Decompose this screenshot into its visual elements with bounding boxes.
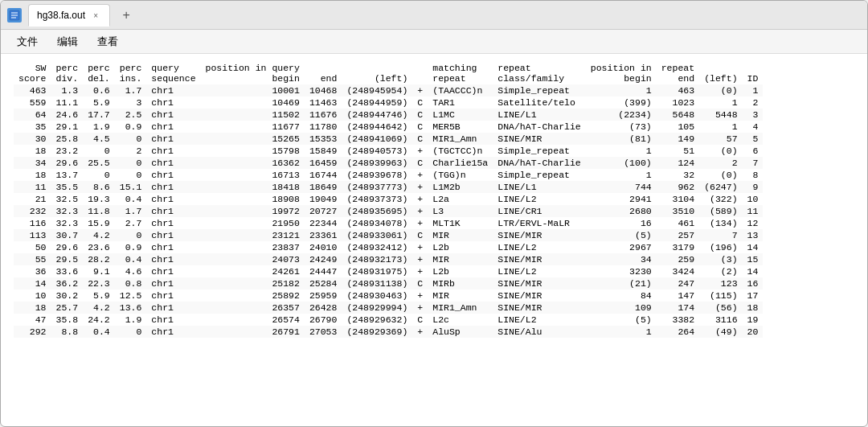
table-cell: 24447 xyxy=(305,265,342,277)
table-cell: 12 xyxy=(743,217,764,229)
table-cell: MIR xyxy=(428,229,493,241)
col-perc-ins: percins. xyxy=(115,62,147,84)
table-cell: (5) xyxy=(586,229,657,241)
table-cell: 0 xyxy=(83,145,115,157)
table-cell: 15.1 xyxy=(115,181,147,193)
table-cell: 2941 xyxy=(586,193,657,205)
table-cell: 11.8 xyxy=(83,205,115,217)
table-cell: 51 xyxy=(657,145,699,157)
table-cell: MIRb xyxy=(428,277,493,289)
table-cell: 32 xyxy=(657,169,699,181)
table-cell: 11677 xyxy=(201,121,305,133)
table-cell: 8.8 xyxy=(51,326,84,338)
table-cell: chr1 xyxy=(146,157,200,169)
table-cell: 16 xyxy=(743,277,764,289)
table-cell: 21 xyxy=(14,193,51,205)
table-cell: L1M2b xyxy=(428,181,493,193)
table-cell: (248931975) xyxy=(342,265,412,277)
table-cell: 463 xyxy=(14,84,51,96)
menu-file[interactable]: 文件 xyxy=(9,31,46,52)
table-cell: 18 xyxy=(743,302,764,314)
table-cell: 15849 xyxy=(305,145,342,157)
table-cell: C xyxy=(412,277,428,289)
table-cell: (248933061) xyxy=(342,229,412,241)
table-cell: 264 xyxy=(657,326,699,338)
table-cell: chr1 xyxy=(146,302,200,314)
table-cell: 29.6 xyxy=(51,241,84,253)
table-cell: 10001 xyxy=(201,84,305,96)
table-cell: 18418 xyxy=(201,181,305,193)
table-row: 1825.74.213.6chr12635726428(248929994)+M… xyxy=(14,302,763,314)
table-cell: 25.8 xyxy=(51,133,84,145)
table-cell: LINE/L1 xyxy=(493,181,586,193)
table-cell: 23837 xyxy=(201,241,305,253)
table-cell: 8.6 xyxy=(83,181,115,193)
menu-edit[interactable]: 编辑 xyxy=(49,31,86,52)
table-cell: 19 xyxy=(743,314,764,326)
table-cell: SINE/MIR xyxy=(493,133,586,145)
table-cell: (100) xyxy=(586,157,657,169)
new-tab-button[interactable]: + xyxy=(117,6,136,25)
table-cell: LINE/L2 xyxy=(493,241,586,253)
table-cell: 2 xyxy=(115,145,147,157)
table-cell: (248934078) xyxy=(342,217,412,229)
table-cell: 11 xyxy=(743,205,764,217)
table-cell: 30 xyxy=(14,133,51,145)
table-cell: 0 xyxy=(115,326,147,338)
tab-close-button[interactable]: × xyxy=(90,10,101,21)
table-cell: (248929369) xyxy=(342,326,412,338)
table-cell: 4 xyxy=(743,121,764,133)
table-row: 2928.80.40chr12679127053(248929369)+AluS… xyxy=(14,326,763,338)
table-cell: 3 xyxy=(743,109,764,121)
table-cell: DNA/hAT-Charlie xyxy=(493,121,586,133)
file-tab[interactable]: hg38.fa.out × xyxy=(28,4,110,27)
table-cell: 64 xyxy=(14,109,51,121)
table-cell: (0) xyxy=(699,169,742,181)
table-cell: 23.6 xyxy=(83,241,115,253)
col-perc-div: percdiv. xyxy=(51,62,84,84)
table-cell: C xyxy=(412,96,428,109)
table-cell: 9.1 xyxy=(83,265,115,277)
table-cell: C xyxy=(412,229,428,241)
table-cell: C xyxy=(412,109,428,121)
table-cell: + xyxy=(412,84,428,96)
table-cell: (TGG)n xyxy=(428,169,493,181)
table-cell: 15798 xyxy=(201,145,305,157)
table-cell: 11676 xyxy=(305,109,342,121)
table-cell: 10 xyxy=(14,289,51,302)
table-cell: 15 xyxy=(743,253,764,265)
table-cell: 22344 xyxy=(305,217,342,229)
table-cell: 5.9 xyxy=(83,289,115,302)
table-cell: (81) xyxy=(586,133,657,145)
table-cell: 0 xyxy=(115,229,147,241)
table-cell: 0.4 xyxy=(115,193,147,205)
table-row: 2132.519.30.4chr11890819049(248937373)+L… xyxy=(14,193,763,205)
table-cell: 147 xyxy=(657,289,699,302)
table-cell: MLT1K xyxy=(428,217,493,229)
table-cell: 463 xyxy=(657,84,699,96)
table-cell: 25892 xyxy=(201,289,305,302)
table-cell: 1 xyxy=(699,121,742,133)
table-cell: LINE/L1 xyxy=(493,109,586,121)
table-cell: 55 xyxy=(14,253,51,265)
menu-view[interactable]: 查看 xyxy=(89,31,126,52)
table-cell: (2234) xyxy=(586,109,657,121)
table-cell: chr1 xyxy=(146,289,200,302)
table-cell: 109 xyxy=(586,302,657,314)
table-cell: 18 xyxy=(14,169,51,181)
table-cell: SINE/MIR xyxy=(493,302,586,314)
table-cell: 16713 xyxy=(201,169,305,181)
table-cell: 23361 xyxy=(305,229,342,241)
table-cell: (322) xyxy=(699,193,742,205)
table-cell: 0.9 xyxy=(115,241,147,253)
table-cell: (248932412) xyxy=(342,241,412,253)
col-perc-del: percdel. xyxy=(83,62,115,84)
table-cell: chr1 xyxy=(146,169,200,181)
table-cell: LTR/ERVL-MaLR xyxy=(493,217,586,229)
table-row: 3529.11.90.9chr11167711780(248944642)CME… xyxy=(14,121,763,133)
table-cell: 18908 xyxy=(201,193,305,205)
table-cell: 0.4 xyxy=(83,326,115,338)
table-cell: 26428 xyxy=(305,302,342,314)
table-cell: 7 xyxy=(743,157,764,169)
table-cell: AluSp xyxy=(428,326,493,338)
